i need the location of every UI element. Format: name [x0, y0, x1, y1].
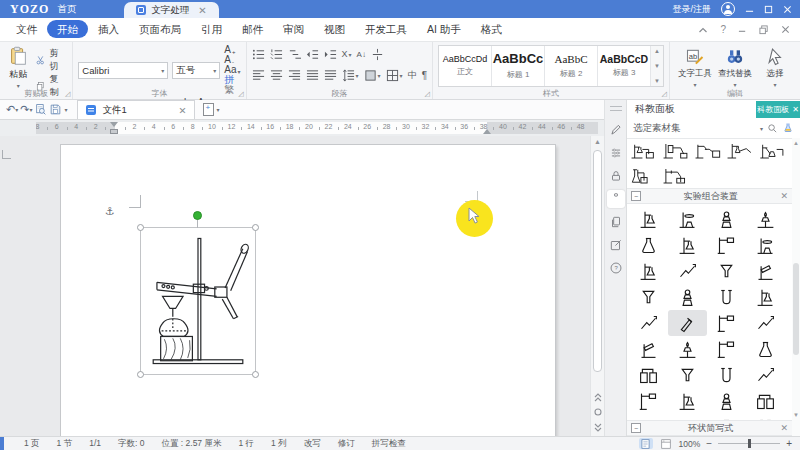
styles-launcher-icon[interactable]: ◿ [662, 90, 667, 98]
material-item-burner-stand[interactable] [668, 336, 707, 362]
material-thumbnail-combo6[interactable] [629, 164, 659, 187]
text-tool-button[interactable]: ab文字工具▾ [675, 45, 715, 89]
status-item-9[interactable]: 拼写检查 [372, 438, 406, 448]
material-item-gas-bottles[interactable] [746, 388, 785, 414]
sliders-icon[interactable] [607, 144, 625, 162]
first-line-indent-marker[interactable] [110, 122, 118, 127]
browse-object-icon[interactable] [593, 408, 603, 416]
status-item-3[interactable]: 字数: 0 [118, 438, 144, 448]
menu-tab-9[interactable]: AI 助手 [417, 20, 471, 38]
material-item-bent-tube[interactable] [668, 258, 707, 284]
material-library-icon[interactable] [782, 122, 794, 134]
redo-button[interactable]: ↷▾ [20, 103, 32, 116]
decrease-indent-icon[interactable] [306, 48, 319, 61]
menu-tab-1[interactable]: 开始 [47, 20, 88, 38]
zoom-slider[interactable] [718, 443, 780, 444]
maximize-icon[interactable] [764, 5, 773, 14]
status-item-0[interactable]: 1 页 [24, 438, 40, 448]
help-icon[interactable]: ? [607, 259, 625, 277]
distribute-icon[interactable] [324, 69, 337, 82]
material-item-funnel[interactable] [668, 362, 707, 388]
material-item-stand-flask[interactable] [668, 232, 707, 258]
chemistry-apparatus-drawing[interactable] [142, 229, 254, 373]
login-register-link[interactable]: 登录/注册 [672, 3, 711, 16]
material-item-tilt-tube-selected[interactable] [668, 310, 707, 336]
menu-tab-3[interactable]: 页面布局 [129, 20, 191, 38]
save-button[interactable] [49, 103, 62, 116]
menu-tab-7[interactable]: 视图 [314, 20, 355, 38]
collapse-section-icon[interactable]: − [631, 191, 641, 201]
material-item-erlenmeyer[interactable] [629, 232, 668, 258]
material-item-erlenmeyer[interactable] [746, 336, 785, 362]
status-item-2[interactable]: 1/1 [89, 438, 101, 448]
customize-quickbar-icon[interactable]: ▾ [64, 106, 67, 113]
material-item-bent-tube[interactable] [629, 310, 668, 336]
style-item-0[interactable]: AaBbCcDd正文 [439, 46, 492, 86]
style-gallery-down-icon[interactable]: ▼ [654, 63, 660, 69]
browse-next-icon[interactable] [593, 423, 603, 432]
doc-restore-icon[interactable] [759, 25, 769, 35]
horizontal-ruler[interactable]: 8642246810121416182022242628303234363840… [36, 122, 598, 134]
document-tab[interactable]: 文件1 ✕ [77, 100, 195, 119]
paste-button[interactable]: 粘贴 ▾ [5, 45, 31, 89]
compose-icon[interactable] [607, 236, 625, 254]
new-document-tab-button[interactable]: ▾ [203, 103, 219, 116]
style-item-2[interactable]: AaBbC标题 2 [545, 46, 598, 86]
section-header-experiment-devices[interactable]: − 实验组合装置 ✕ [627, 188, 792, 204]
font-launcher-icon[interactable]: ◿ [238, 90, 243, 98]
resize-handle-ne[interactable] [252, 224, 259, 231]
left-indent-marker[interactable] [110, 129, 118, 134]
align-center-icon[interactable] [270, 69, 283, 82]
material-item-clamp-rod[interactable] [629, 388, 668, 414]
material-item-stand-flask[interactable] [668, 388, 707, 414]
clipboard-launcher-icon[interactable]: ◿ [65, 90, 70, 98]
pages-icon[interactable] [607, 213, 625, 231]
style-item-3[interactable]: AaBbCcD标题 3 [598, 46, 651, 86]
selected-image-bounding-box[interactable] [140, 227, 256, 375]
material-item-kipp[interactable] [707, 388, 746, 414]
style-gallery-up-icon[interactable]: ▲ [654, 48, 660, 54]
document-vertical-scrollbar[interactable]: ▲ [590, 136, 604, 436]
material-item-kipp[interactable] [668, 284, 707, 310]
collapse-ribbon-icon[interactable] [698, 26, 708, 34]
menu-tab-6[interactable]: 审阅 [273, 20, 314, 38]
doc-close-icon[interactable] [781, 25, 790, 34]
align-right-icon[interactable] [288, 69, 301, 82]
asian-layout-icon[interactable]: 中 [408, 69, 417, 82]
material-thumbnail-combo4[interactable] [725, 139, 755, 162]
material-item-u-tube[interactable] [707, 284, 746, 310]
material-item-stand-flask[interactable] [746, 284, 785, 310]
science-panel-badge-close-icon[interactable]: ✕ [792, 105, 799, 114]
material-thumbnail-combo2[interactable] [661, 139, 691, 162]
status-item-8[interactable]: 修订 [338, 438, 355, 448]
clipboard-icon[interactable] [607, 190, 625, 208]
panel-scroll-up-icon[interactable]: ▲ [792, 140, 800, 146]
app-tab-close-icon[interactable]: ✕ [198, 5, 206, 16]
borders-icon[interactable]: ▾ [386, 69, 403, 82]
browse-previous-icon[interactable] [593, 393, 603, 402]
section-close-icon[interactable]: ✕ [780, 191, 788, 201]
zoom-in-button[interactable]: + [786, 438, 792, 449]
line-spacing-icon[interactable]: ▾ [342, 69, 359, 82]
material-item-funnel[interactable] [707, 258, 746, 284]
shading-icon[interactable]: ▾ [364, 69, 381, 82]
indent-marks-icon[interactable] [371, 48, 384, 61]
material-item-clamp-rod[interactable] [707, 310, 746, 336]
panel-scrollbar-thumb[interactable] [793, 263, 799, 355]
material-thumbnail-combo3[interactable] [693, 139, 723, 162]
find-replace-button[interactable]: 查找替换▾ [715, 45, 755, 89]
doc-minimize-icon[interactable] [738, 25, 747, 34]
material-item-stand-flask[interactable] [629, 206, 668, 232]
status-item-1[interactable]: 1 节 [57, 438, 73, 448]
font-size-select[interactable]: 五号▾ [172, 62, 220, 79]
zoom-out-button[interactable]: − [706, 438, 712, 449]
multilevel-list-icon[interactable] [288, 48, 301, 61]
material-set-selector[interactable]: 选定素材集 ▾ [627, 118, 800, 139]
material-item-stand-flask[interactable] [629, 258, 668, 284]
app-tab-word[interactable]: 文字处理 ✕ [124, 2, 218, 18]
status-item-4[interactable]: 位置 : 2.57 厘米 [161, 438, 221, 448]
paragraph-launcher-icon[interactable]: ◿ [425, 90, 430, 98]
status-item-5[interactable]: 1 行 [238, 438, 254, 448]
justify-icon[interactable] [306, 69, 319, 82]
menu-tab-2[interactable]: 插入 [88, 20, 129, 38]
